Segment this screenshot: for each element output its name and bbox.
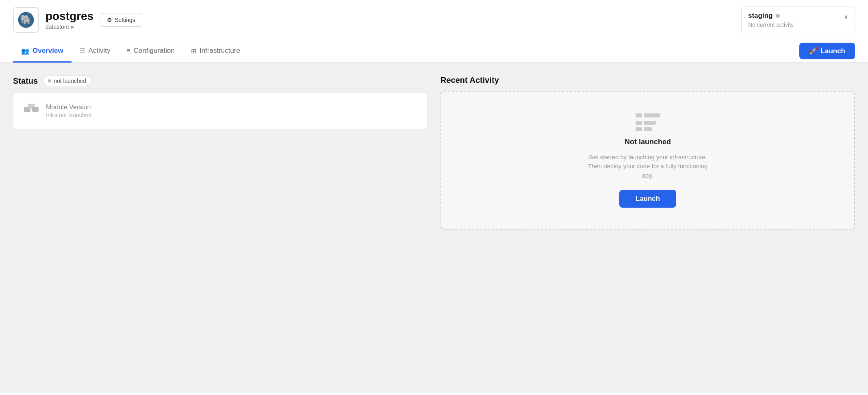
activity-launch-button[interactable]: Launch [619,190,676,208]
main-content: Status not launched [0,63,868,393]
settings-button-label: Settings [115,17,135,23]
breadcrumb-arrow: ▶ [71,24,74,30]
status-header: Status not launched [13,76,427,86]
chevron-down-icon: ∨ [844,13,848,20]
tab-infrastructure-label: Infrastructure [200,47,240,55]
status-section: Status not launched [13,76,427,129]
svg-rect-9 [636,127,642,131]
activity-empty-box: Not launched Get started by launching yo… [441,91,855,230]
activity-empty-title: Not launched [625,138,671,146]
env-name: staging [748,12,839,20]
svg-rect-7 [636,121,642,125]
tab-infrastructure[interactable]: ⊞ Infrastructure [183,40,248,63]
recent-activity-title: Recent Activity [441,76,855,85]
module-version-subtitle: Infra not launched [46,112,91,118]
env-activity-status: No current activity [748,22,839,28]
header-left: 🐘 postgres datastore ▶ ⚙ Settings [13,7,142,33]
tab-overview-label: Overview [33,47,63,55]
breadcrumb-text: datastore [46,24,69,30]
activity-icon: ☰ [80,47,85,55]
tab-activity[interactable]: ☰ Activity [72,40,119,63]
configuration-icon: ≡ [126,47,130,54]
status-badge: not launched [43,76,91,86]
svg-rect-5 [636,113,642,117]
status-title: Status [13,76,38,86]
nav-tabs-left: 👥 Overview ☰ Activity ≡ Configuration ⊞ … [13,40,248,62]
module-card: Module Version Infra not launched [13,93,427,129]
status-badge-dot [48,79,51,82]
svg-rect-6 [644,113,660,117]
environment-selector[interactable]: staging No current activity ∨ [741,7,855,33]
svg-text:🐘: 🐘 [20,14,32,25]
overview-icon: 👥 [21,47,29,55]
svg-rect-4 [32,107,39,112]
left-panel: Status not launched [13,76,427,129]
settings-gear-icon: ⚙ [107,17,112,23]
activity-empty-icon [636,113,660,131]
right-panel: Recent Activity Not launched Get started… [441,76,855,230]
module-info: Module Version Infra not launched [46,104,91,118]
svg-rect-10 [644,127,652,131]
activity-launch-label: Launch [636,195,660,203]
env-name-text: staging [748,12,773,20]
tab-overview[interactable]: 👥 Overview [13,40,72,63]
infrastructure-icon: ⊞ [191,47,196,55]
env-info: staging No current activity [748,12,839,28]
tab-configuration[interactable]: ≡ Configuration [118,40,182,63]
tab-activity-label: Activity [89,47,111,55]
not-launched-icon [636,113,660,131]
launch-rocket-icon: 🚀 [809,47,818,55]
app-header: 🐘 postgres datastore ▶ ⚙ Settings stagin… [0,0,868,40]
postgres-logo-icon: 🐘 [17,11,35,29]
settings-button[interactable]: ⚙ Settings [100,13,142,27]
app-title-area: postgres datastore ▶ [46,10,93,30]
module-cube-icon [23,101,39,121]
app-name: postgres [46,10,93,23]
tab-configuration-label: Configuration [134,47,175,55]
activity-empty-desc: Get started by launching your infrastruc… [583,153,713,180]
module-card-inner: Module Version Infra not launched [13,93,427,129]
launch-button-label: Launch [821,47,845,55]
env-status-dot [776,14,780,18]
app-logo: 🐘 [13,7,39,33]
launch-button[interactable]: 🚀 Launch [799,43,855,59]
nav-tabs: 👥 Overview ☰ Activity ≡ Configuration ⊞ … [0,40,868,63]
module-version-title: Module Version [46,104,91,111]
svg-rect-8 [644,121,656,125]
breadcrumb: datastore ▶ [46,24,93,30]
status-badge-label: not launched [54,78,86,84]
